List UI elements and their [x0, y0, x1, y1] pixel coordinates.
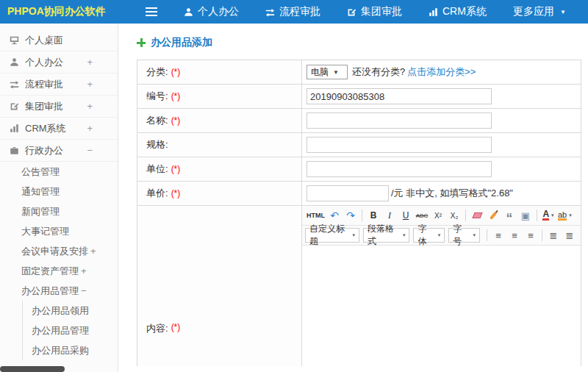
redo-button[interactable]: ↷ [343, 208, 358, 223]
sidebar-item-label: CRM系统 [25, 122, 66, 135]
italic-button[interactable]: I [382, 208, 397, 223]
required-mark: (*) [171, 115, 181, 126]
nav-group-approval[interactable]: 集团审批 [347, 5, 402, 18]
nav-more-apps[interactable]: 更多应用 ▼ [513, 5, 566, 18]
align-center-button[interactable]: ≡ [507, 228, 522, 243]
category-field-cell: 电脑 ▼ 还没有分类? 点击添加分类>> [302, 60, 581, 84]
edit-icon [347, 7, 356, 17]
menu-icon[interactable] [146, 7, 157, 16]
sidebar-item-announcement-mgmt[interactable]: 公告管理 [0, 162, 118, 182]
topbar: PHPOA协同办公软件 个人办公 流程审批 集团审批 CRM系统 更多应用 ▼ [0, 0, 588, 24]
field-label: 内容: [146, 322, 168, 335]
expand-toggle[interactable]: + [87, 123, 93, 134]
superscript-button[interactable]: X² [431, 208, 445, 223]
font-family-select[interactable]: 字体 ▾ [413, 228, 445, 243]
font-color-button[interactable]: A ▾ [541, 208, 556, 223]
format-brush-button[interactable] [486, 208, 501, 223]
required-mark: (*) [171, 67, 181, 77]
sidebar-item-personal-office[interactable]: 个人办公 + [0, 51, 118, 74]
image-button[interactable]: ▣ [518, 208, 533, 223]
name-field-cell [302, 109, 581, 132]
content-field-cell: HTML ↶ ↷ B I U ABC X² X₂ “ ▣ [302, 206, 581, 366]
bold-button[interactable]: B [366, 208, 381, 223]
caret-down-icon: ▾ [473, 232, 476, 238]
paragraph-format-select[interactable]: 段落格式 ▾ [363, 228, 410, 243]
expand-toggle[interactable]: + [87, 79, 93, 90]
scrollbar-thumb[interactable] [0, 366, 65, 372]
size-select-value: 字号 [453, 223, 467, 248]
unit-row: 单位: (*) [137, 157, 581, 182]
sidebar-item-meeting-request[interactable]: 会议申请及安排 + [0, 241, 118, 261]
flow-arrows-icon [265, 7, 275, 17]
editor-content[interactable] [302, 246, 581, 366]
source-code-button[interactable]: HTML [306, 208, 326, 223]
field-label: 单价: [146, 187, 168, 200]
subscript-button[interactable]: X₂ [447, 208, 462, 223]
nav-personal-office[interactable]: 个人办公 [184, 5, 239, 18]
name-row: 名称: (*) [137, 109, 581, 133]
sidebar-item-label: 行政办公 [25, 144, 63, 157]
sidebar-item-events-mgmt[interactable]: 大事记管理 [0, 221, 118, 241]
sidebar-item-office-supplies-mgmt[interactable]: 办公用品管理 − [0, 281, 118, 301]
expand-toggle[interactable]: + [87, 57, 93, 68]
sidebar-item-personal-desktop[interactable]: 个人桌面 [0, 29, 118, 51]
underline-button[interactable]: U [398, 208, 413, 223]
sidebar-item-admin-office[interactable]: 行政办公 − [0, 140, 118, 162]
heading-select[interactable]: 自定义标题 ▾ [305, 228, 359, 243]
toolbar-separator [487, 229, 487, 241]
category-select[interactable]: 电脑 ▼ [306, 65, 348, 79]
editor-toolbar-row2: 自定义标题 ▾ 段落格式 ▾ 字体 ▾ 字号 ▾ [302, 226, 581, 246]
sidebar-item-workflow-approval[interactable]: 流程审批 + [0, 74, 118, 96]
toolbar-separator [465, 210, 466, 221]
toolbar-separator [362, 210, 362, 221]
sidebar-item-supplies-purchase[interactable]: 办公用品采购 [23, 340, 118, 360]
collapse-toggle[interactable]: − [81, 285, 87, 296]
font-size-select[interactable]: 字号 ▾ [448, 228, 480, 243]
expand-toggle[interactable]: + [87, 101, 93, 112]
sidebar-item-news-mgmt[interactable]: 新闻管理 [0, 201, 118, 221]
nav-crm-system[interactable]: CRM系统 [429, 5, 487, 18]
price-input[interactable] [306, 185, 389, 201]
unit-input[interactable] [306, 161, 492, 177]
blockquote-button[interactable]: “ [502, 208, 517, 223]
nav-workflow-approval[interactable]: 流程审批 [265, 5, 320, 18]
expand-toggle[interactable]: + [81, 265, 87, 276]
sidebar-item-label: 办公用品管理 [21, 285, 79, 298]
collapse-toggle[interactable]: − [87, 145, 93, 156]
strikethrough-button[interactable]: ABC [415, 208, 429, 223]
add-category-link[interactable]: 点击添加分类>> [407, 65, 476, 79]
heading-select-value: 自定义标题 [309, 223, 346, 248]
sidebar-item-label: 集团审批 [25, 100, 63, 113]
field-label: 分类: [146, 65, 168, 79]
spec-input[interactable] [306, 137, 492, 153]
sidebar-item-label: 大事记管理 [21, 225, 69, 238]
undo-button[interactable]: ↶ [327, 208, 342, 223]
unordered-list-button[interactable]: ≣ [562, 228, 577, 243]
page-header: 办公用品添加 [137, 36, 588, 49]
align-right-button[interactable]: ≡ [523, 228, 538, 243]
expand-toggle[interactable]: + [90, 246, 96, 257]
supply-add-form: 分类: (*) 电脑 ▼ 还没有分类? 点击添加分类>> 编号: (*) [137, 60, 581, 366]
code-row: 编号: (*) [137, 85, 581, 109]
font-select-value: 字体 [417, 223, 431, 248]
sidebar-item-notice-mgmt[interactable]: 通知管理 [0, 182, 118, 201]
caret-down-icon: ▾ [569, 212, 572, 218]
ordered-list-button[interactable]: ≣ [546, 228, 561, 243]
sidebar-item-supplies-claim[interactable]: 办公用品领用 [23, 301, 118, 321]
app-logo[interactable]: PHPOA协同办公软件 [0, 5, 119, 18]
sidebar-item-supplies-manage[interactable]: 办公用品管理 [23, 321, 118, 340]
align-left-button[interactable]: ≡ [491, 228, 506, 243]
sidebar-item-group-approval[interactable]: 集团审批 + [0, 96, 118, 118]
code-input[interactable] [306, 88, 492, 104]
name-input[interactable] [306, 112, 492, 129]
bar-chart-icon [10, 124, 19, 133]
highlight-color-button[interactable]: ab ▾ [557, 208, 573, 223]
page-title: 办公用品添加 [151, 36, 212, 49]
sidebar-item-fixed-assets-mgmt[interactable]: 固定资产管理 + [0, 261, 118, 281]
remove-format-button[interactable] [470, 208, 484, 223]
sidebar-item-crm-system[interactable]: CRM系统 + [0, 118, 118, 140]
caret-down-icon: ▾ [403, 232, 406, 238]
top-navigation: 个人办公 流程审批 集团审批 CRM系统 更多应用 ▼ [184, 5, 566, 18]
flow-arrows-icon [10, 79, 19, 89]
spec-label-cell: 规格: [137, 133, 302, 157]
